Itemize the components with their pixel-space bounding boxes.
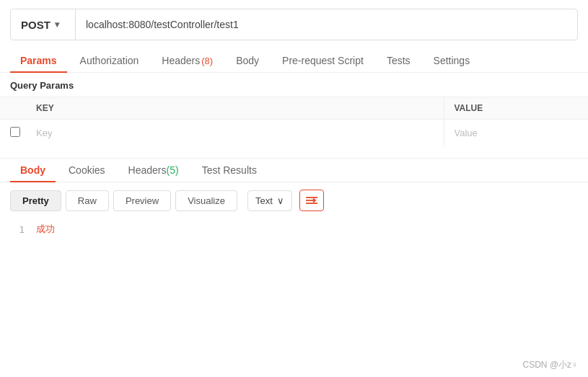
footer-text: CSDN @小z♀: [522, 360, 578, 370]
bottom-tab-body[interactable]: Body: [10, 159, 56, 182]
key-placeholder: Key: [36, 128, 52, 138]
line-numbers: 1: [10, 223, 25, 236]
text-type-chevron: ∨: [277, 195, 284, 206]
top-tabs: Params Authorization Headers(8) Body Pre…: [0, 49, 588, 73]
format-visualize-btn[interactable]: Visualize: [175, 190, 237, 211]
value-col-header: VALUE: [444, 97, 588, 120]
params-table: KEY VALUE Key Value: [0, 97, 588, 146]
url-bar: POST ▾: [10, 9, 578, 40]
key-col-header: KEY: [26, 97, 444, 120]
checkbox-col: [0, 97, 26, 120]
query-params-label: Query Params: [0, 73, 588, 95]
tab-headers[interactable]: Headers(8): [152, 49, 223, 72]
bottom-headers-badge: (5): [167, 164, 179, 176]
row-checkbox[interactable]: [10, 127, 20, 137]
tab-pre-request[interactable]: Pre-request Script: [272, 49, 374, 72]
method-selector[interactable]: POST ▾: [11, 9, 76, 40]
text-type-selector[interactable]: Text ∨: [247, 190, 292, 211]
tab-params[interactable]: Params: [10, 49, 67, 72]
url-input[interactable]: [76, 19, 577, 30]
format-preview-btn[interactable]: Preview: [113, 190, 171, 211]
table-row: Key Value: [0, 120, 588, 147]
tab-settings[interactable]: Settings: [424, 49, 481, 72]
value-cell[interactable]: Value: [444, 120, 588, 147]
tab-body[interactable]: Body: [226, 49, 269, 72]
bottom-tab-cookies[interactable]: Cookies: [58, 159, 115, 182]
body-toolbar: Pretty Raw Preview Visualize Text ∨: [0, 182, 588, 218]
bottom-section: Body Cookies Headers(5) Test Results Pre…: [0, 158, 588, 240]
response-content: 成功: [36, 223, 55, 236]
headers-badge: (8): [201, 56, 213, 66]
wrap-button[interactable]: [299, 190, 324, 211]
footer: CSDN @小z♀: [522, 359, 578, 371]
method-chevron: ▾: [55, 19, 59, 30]
key-cell[interactable]: Key: [26, 120, 444, 147]
method-label: POST: [21, 19, 51, 31]
bottom-tabs: Body Cookies Headers(5) Test Results: [0, 159, 588, 182]
bottom-tab-test-results[interactable]: Test Results: [192, 159, 267, 182]
format-raw-btn[interactable]: Raw: [66, 190, 109, 211]
row-checkbox-cell[interactable]: [0, 120, 26, 147]
tab-authorization[interactable]: Authorization: [70, 49, 149, 72]
text-type-label: Text: [255, 195, 273, 206]
format-pretty-btn[interactable]: Pretty: [10, 190, 61, 211]
wrap-icon: [305, 195, 318, 205]
value-placeholder: Value: [455, 128, 478, 138]
bottom-tab-headers[interactable]: Headers(5): [118, 159, 189, 182]
response-body: 1 成功: [0, 218, 588, 240]
tab-tests[interactable]: Tests: [377, 49, 421, 72]
